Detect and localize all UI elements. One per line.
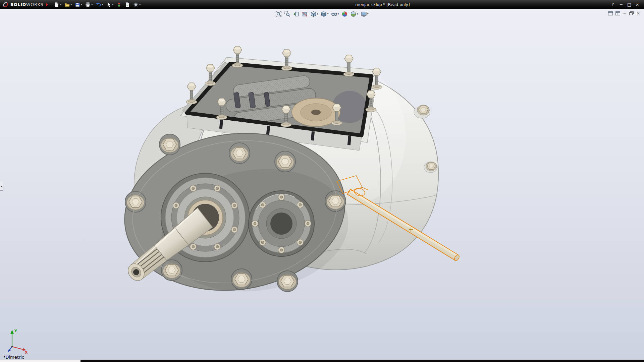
triad-y-label: Y [14,329,17,333]
taskbar-strip [80,360,644,362]
new-document-icon [54,2,59,7]
dropdown-caret[interactable]: ▾ [112,3,113,6]
view-settings-icon [361,11,367,17]
edit-appearance-sphere-icon [342,11,348,17]
display-style-button[interactable]: ▾ [320,11,329,17]
zoom-to-fit-icon [275,11,281,17]
options-gear-icon [133,2,139,7]
view-orientation-cube-icon [310,11,316,17]
document-title: menjac sklop * [Read-only] [355,2,410,7]
file-properties-button[interactable] [124,1,131,8]
save-button[interactable]: ▾ [74,1,83,8]
gearbox-model[interactable] [114,46,460,304]
window-controls: ? − □ × [608,0,641,9]
select-button[interactable]: ▾ [105,1,114,8]
document-restore-button[interactable] [629,11,634,15]
dropdown-caret[interactable]: ▾ [139,3,141,6]
view-orientation-button[interactable]: ▾ [310,11,319,17]
triad-x-label: X [25,350,28,354]
minimize-window-button[interactable]: − [617,0,625,9]
featuremanager-collapsed-tab[interactable] [0,182,3,191]
bearing-cover[interactable] [249,191,314,256]
pane-window-icon[interactable] [608,11,613,15]
statusbar-left-strip [0,360,80,362]
zoom-to-area-icon [284,11,290,17]
quick-access-toolbar: ▾ ▾ ▾ ▾ [53,1,142,8]
dropdown-caret[interactable]: ▾ [327,13,328,15]
dropdown-caret[interactable]: ▾ [102,3,103,6]
dropdown-caret[interactable]: ▾ [81,3,82,6]
file-properties-icon [125,2,130,7]
section-view-icon [302,11,308,17]
menu-expand-arrow[interactable] [46,3,48,6]
maximize-window-button[interactable]: □ [625,0,633,9]
apply-scene-button[interactable]: ▾ [350,11,359,17]
undo-icon [96,2,101,7]
section-view-button[interactable] [301,11,308,17]
dropdown-caret[interactable]: ▾ [367,13,369,15]
model-canvas[interactable] [0,9,644,362]
dropdown-caret[interactable]: ▾ [70,3,72,6]
new-document-button[interactable]: ▾ [53,1,62,8]
zoom-to-area-button[interactable] [283,11,291,17]
document-close-button[interactable]: × [636,11,640,15]
options-button[interactable]: ▾ [132,1,142,8]
select-cursor-icon [106,2,111,7]
dropdown-caret[interactable]: ▾ [60,3,61,6]
app-name: SOLIDWORKS [10,2,43,7]
reference-triad: Y X [5,326,30,354]
document-window-controls: − × [608,11,640,15]
graphics-viewport[interactable]: ▾ ▾ ▾ [0,9,644,362]
undo-button[interactable]: ▾ [95,1,104,8]
zoom-to-fit-button[interactable] [275,11,282,17]
view-settings-button[interactable]: ▾ [360,11,369,17]
help-button[interactable]: ? [608,2,617,7]
rebuild-traffic-light-icon [116,2,122,7]
hide-show-glasses-icon [331,11,337,17]
dropdown-caret[interactable]: ▾ [91,3,93,6]
solidworks-logo-icon [3,2,9,8]
previous-view-icon [293,11,299,17]
apply-scene-icon [351,11,357,17]
heads-up-view-toolbar: ▾ ▾ ▾ [275,11,369,17]
dropdown-caret[interactable]: ▾ [357,13,358,15]
edit-appearance-button[interactable] [341,11,348,17]
solidworks-logo: SOLIDWORKS [3,2,43,8]
dropdown-caret[interactable]: ▾ [317,13,318,15]
titlebar: SOLIDWORKS ▾ ▾ ▾ [0,0,644,9]
rebuild-button[interactable] [115,1,123,8]
open-folder-icon [64,2,70,7]
view-orientation-label: *Dimetric [3,355,24,360]
close-window-button[interactable]: × [633,0,641,9]
solidworks-window: SOLIDWORKS ▾ ▾ ▾ [0,0,644,362]
display-style-icon [321,11,327,17]
print-icon [85,2,91,7]
document-minimize-button[interactable]: − [623,11,627,15]
previous-view-button[interactable] [292,11,300,17]
save-icon [75,2,80,7]
open-button[interactable]: ▾ [63,1,73,8]
dropdown-caret[interactable]: ▾ [337,13,339,15]
hide-show-items-button[interactable]: ▾ [330,11,339,17]
pane-window-split-icon[interactable] [615,11,620,15]
print-button[interactable]: ▾ [84,1,94,8]
